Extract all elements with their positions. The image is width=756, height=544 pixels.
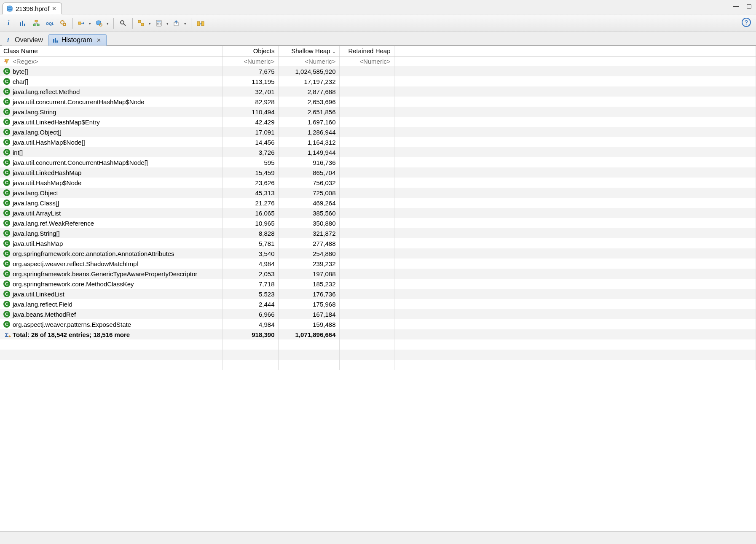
group-icon[interactable]: [136, 17, 152, 29]
table-row[interactable]: Cjava.util.HashMap$Node[]14,4561,164,312: [0, 137, 756, 147]
calculator-icon[interactable]: [154, 17, 170, 29]
class-name: java.lang.Object: [13, 189, 58, 197]
class-name: java.util.HashMap: [13, 240, 63, 247]
cell-shallow: 176,736: [278, 289, 339, 299]
table-row[interactable]: Cjava.util.LinkedHashMap$Entry42,4291,69…: [0, 117, 756, 127]
cell-objects: 6,966: [223, 309, 278, 319]
class-icon: C: [3, 68, 10, 75]
class-name: java.lang.String[]: [13, 230, 60, 237]
info-icon[interactable]: i: [3, 17, 15, 29]
window-controls: — ▢: [733, 3, 752, 9]
table-row[interactable]: Corg.springframework.core.MethodClassKey…: [0, 279, 756, 289]
class-icon: C: [3, 199, 10, 206]
table-row[interactable]: Cjava.util.HashMap5,781277,488: [0, 238, 756, 248]
close-icon[interactable]: ✕: [97, 37, 101, 43]
svg-rect-31: [53, 39, 54, 43]
class-icon: C: [3, 129, 10, 135]
cell-retained: [339, 248, 394, 259]
compare-icon[interactable]: [195, 17, 206, 29]
table-row[interactable]: Cjava.util.LinkedList5,523176,736: [0, 289, 756, 299]
class-icon: C: [3, 118, 10, 125]
col-objects[interactable]: Objects: [223, 46, 278, 56]
cell-shallow: 254,880: [278, 248, 339, 259]
svg-rect-33: [56, 40, 58, 43]
table-row[interactable]: Cjava.util.LinkedHashMap15,459865,704: [0, 167, 756, 178]
cell-objects: 8,828: [223, 228, 278, 238]
cell-retained: [339, 208, 394, 218]
table-row[interactable]: Cjava.lang.Class[]21,276469,264: [0, 198, 756, 208]
svg-rect-28: [197, 22, 200, 26]
col-retained-heap[interactable]: Retained Heap: [339, 46, 394, 56]
help-icon[interactable]: ?: [742, 18, 751, 27]
cell-shallow: 277,488: [278, 238, 339, 248]
table-row[interactable]: Corg.springframework.beans.GenericTypeAw…: [0, 269, 756, 279]
table-row[interactable]: Cjava.beans.MethodRef6,966167,184: [0, 309, 756, 319]
sort-desc-icon: ⌄: [331, 49, 336, 54]
col-class-name[interactable]: Class Name: [0, 46, 223, 56]
cell-objects: 15,459: [223, 167, 278, 178]
table-row[interactable]: Cjava.lang.reflect.Field2,444175,968: [0, 299, 756, 309]
cell-shallow: 2,651,856: [278, 107, 339, 117]
tab-overview[interactable]: i Overview: [2, 34, 48, 46]
table-row[interactable]: Cjava.lang.String110,4942,651,856: [0, 107, 756, 117]
table-row[interactable]: Cjava.lang.ref.WeakReference10,965350,88…: [0, 218, 756, 228]
cell-retained: [339, 167, 394, 178]
table-row[interactable]: Corg.aspectj.weaver.patterns.ExposedStat…: [0, 319, 756, 329]
filter-retained-input[interactable]: [343, 58, 391, 65]
histogram-icon[interactable]: [17, 17, 29, 29]
svg-point-23: [160, 23, 161, 24]
svg-rect-4: [22, 21, 23, 26]
class-name: int[]: [13, 149, 23, 156]
cell-objects: 4,984: [223, 319, 278, 329]
table-row[interactable]: Cjava.lang.Object45,313725,008: [0, 188, 756, 198]
filter-row: [0, 56, 756, 66]
empty-row: [0, 360, 756, 370]
total-shallow: 1,071,896,664: [278, 329, 339, 339]
table-row[interactable]: Corg.springframework.core.annotation.Ann…: [0, 248, 756, 259]
cell-shallow: 916,736: [278, 157, 339, 167]
svg-point-15: [121, 21, 124, 24]
table-row[interactable]: Cjava.lang.String[]8,828321,872: [0, 228, 756, 238]
table-row[interactable]: Cjava.util.HashMap$Node23,626756,032: [0, 178, 756, 188]
filter-shallow-input[interactable]: [282, 58, 336, 65]
table-row[interactable]: Corg.aspectj.weaver.reflect.ShadowMatchI…: [0, 259, 756, 269]
col-shallow-heap[interactable]: Shallow Heap ⌄: [278, 46, 339, 56]
table-row[interactable]: Cjava.lang.reflect.Method32,7012,877,688: [0, 86, 756, 97]
filter-name-input[interactable]: [13, 58, 219, 65]
table-row[interactable]: Cint[]3,7261,149,944: [0, 147, 756, 157]
gears-icon[interactable]: [57, 17, 69, 29]
table-row[interactable]: Cjava.util.concurrent.ConcurrentHashMap$…: [0, 157, 756, 167]
run-query-icon[interactable]: [76, 17, 92, 29]
oql-icon[interactable]: OQL: [44, 17, 56, 29]
cell-objects: 21,276: [223, 198, 278, 208]
cell-retained: [339, 319, 394, 329]
class-name: java.util.ArrayList: [13, 210, 61, 217]
total-objects: 918,390: [223, 329, 278, 339]
cell-retained: [339, 157, 394, 167]
file-tab[interactable]: 21398.hprof ✕: [3, 3, 62, 14]
cell-retained: [339, 279, 394, 289]
cell-shallow: 865,704: [278, 167, 339, 178]
export-icon[interactable]: [172, 17, 188, 29]
table-row[interactable]: Cjava.util.concurrent.ConcurrentHashMap$…: [0, 97, 756, 107]
tab-histogram[interactable]: Histogram ✕: [48, 34, 107, 46]
table-row[interactable]: Cjava.lang.Object[]17,0911,286,944: [0, 127, 756, 137]
class-icon: C: [3, 179, 10, 186]
db-settings-icon[interactable]: [94, 17, 110, 29]
class-icon: C: [3, 230, 10, 237]
cell-objects: 14,456: [223, 137, 278, 147]
tree-icon[interactable]: [30, 17, 42, 29]
table-row[interactable]: Cbyte[]7,6751,024,585,920: [0, 66, 756, 76]
table-row[interactable]: Cjava.util.ArrayList16,065385,560: [0, 208, 756, 218]
table-row[interactable]: Cchar[]113,19517,197,232: [0, 76, 756, 86]
search-icon[interactable]: [117, 17, 129, 29]
total-row[interactable]: ΣTotal: 26 of 18,542 entries; 18,516 mor…: [0, 329, 756, 339]
class-name: char[]: [13, 78, 29, 85]
histogram-icon: [52, 37, 59, 43]
close-icon[interactable]: ✕: [52, 5, 56, 12]
minimize-button[interactable]: —: [733, 3, 739, 9]
maximize-button[interactable]: ▢: [746, 3, 752, 9]
cell-retained: [339, 178, 394, 188]
filter-objects-input[interactable]: [226, 58, 275, 65]
cell-shallow: 167,184: [278, 309, 339, 319]
